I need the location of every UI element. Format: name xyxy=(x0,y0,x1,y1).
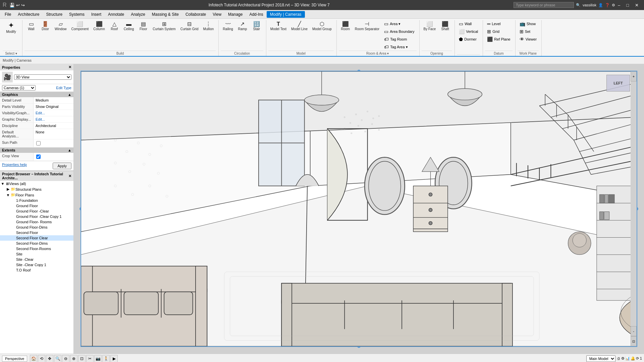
window-button[interactable]: ▱ Window xyxy=(53,20,69,33)
component-button[interactable]: ⬜ Component xyxy=(69,20,91,33)
room-button[interactable]: ⬛ Room xyxy=(339,20,352,33)
dormer-button[interactable]: ⬟ Dormer xyxy=(457,36,480,43)
by-face-button[interactable]: ⬜ By Face xyxy=(422,20,438,33)
railing-button[interactable]: 〰 Railing xyxy=(221,20,235,33)
menu-manage[interactable]: Manage xyxy=(225,11,246,18)
menu-collaborate[interactable]: Collaborate xyxy=(182,11,209,18)
viewer-button[interactable]: 👁 Viewer xyxy=(518,36,539,43)
tree-ground-floor-dims[interactable]: Ground Floor-Dims xyxy=(0,225,73,230)
wall-type-button[interactable]: ▭ Wall xyxy=(457,20,480,27)
project-browser-close-icon[interactable]: ✕ xyxy=(68,174,71,178)
graphic-display-btn[interactable]: Edit... xyxy=(34,116,73,122)
set-button[interactable]: ⊞ Set xyxy=(518,28,539,35)
edit-type-button[interactable]: Edit Type xyxy=(56,86,71,90)
sun-path-checkbox[interactable] xyxy=(36,141,41,145)
model-text-button[interactable]: T Model Text xyxy=(268,20,288,33)
tree-ground-floor-rooms[interactable]: Ground Floor- Rooms xyxy=(0,219,73,225)
tree-ground-floor-clear[interactable]: Ground Floor -Clear xyxy=(0,208,73,214)
room-separator-button[interactable]: ⊣ Room Separator xyxy=(353,20,381,33)
menu-massing[interactable]: Massing & Site xyxy=(149,11,182,18)
nav-home[interactable]: 🏠 xyxy=(30,355,37,362)
help-icon[interactable]: ❓ xyxy=(605,3,610,7)
tree-second-floor-clear[interactable]: Second Floor Clear xyxy=(0,235,73,241)
area-button[interactable]: ▭ Area ▾ xyxy=(382,20,416,27)
nav-walk[interactable]: 🚶 xyxy=(102,355,110,362)
area-boundary-button[interactable]: ▭ Area Boundary xyxy=(382,28,416,35)
viewport[interactable]: LEFT + - ⊡ xyxy=(74,64,644,354)
ramp-button[interactable]: ↗ Ramp xyxy=(236,20,249,33)
menu-insert[interactable]: Insert xyxy=(88,11,105,18)
tree-second-floor-dims[interactable]: Second Floor-Dims xyxy=(0,241,73,246)
menu-modify-cameras[interactable]: Modify | Cameras xyxy=(267,11,305,18)
status-icon-1[interactable]: ⚙ xyxy=(621,356,625,361)
status-icon-3[interactable]: 🔔 xyxy=(631,356,635,361)
nav-zoom-out[interactable]: ⊖ xyxy=(62,355,69,362)
settings-icon[interactable]: ⚙ xyxy=(612,3,615,7)
roof-button[interactable]: △ Roof xyxy=(108,20,121,33)
shaft-button[interactable]: ⬛ Shaft xyxy=(438,20,452,33)
tree-ground-floor[interactable]: Ground Floor xyxy=(0,203,73,208)
modify-button[interactable]: ✦ Modify xyxy=(3,20,19,36)
tree-structural-plans[interactable]: ▶ 📁 Structural Plans xyxy=(0,186,73,192)
menu-architecture[interactable]: Architecture xyxy=(14,11,43,18)
cameras-select[interactable]: Cameras (1) xyxy=(2,85,36,90)
vertical-button[interactable]: ⬜ Vertical xyxy=(457,28,480,35)
column-button[interactable]: ⬛ Column xyxy=(91,20,107,33)
apply-button[interactable]: Apply xyxy=(53,163,71,169)
door-button[interactable]: 🚪 Door xyxy=(39,20,52,33)
quick-access-icon[interactable]: 💾 xyxy=(9,3,15,8)
crop-view-value[interactable] xyxy=(34,153,73,161)
tree-floor-plans[interactable]: ▼ 📁 Floor Plans xyxy=(0,192,73,198)
menu-view[interactable]: View xyxy=(209,11,225,18)
nav-section[interactable]: ✂ xyxy=(86,355,94,362)
view-type-select[interactable]: 3D View xyxy=(14,74,71,80)
ceiling-button[interactable]: ▬ Ceiling xyxy=(122,20,136,33)
tree-1-foundation[interactable]: 1-Foundation xyxy=(0,198,73,203)
room-area-group-label[interactable]: Room & Area ▾ xyxy=(339,51,417,56)
view-cube-inner[interactable]: LEFT xyxy=(606,75,630,92)
search-input[interactable] xyxy=(514,2,574,8)
undo-icon[interactable]: ↩ xyxy=(16,3,20,8)
model-select[interactable]: Main Model xyxy=(586,355,615,362)
redo-icon[interactable]: ↪ xyxy=(21,3,25,8)
curtain-grid-button[interactable]: ⊟ Curtain Grid xyxy=(178,20,201,33)
mullion-button[interactable]: ⋮ Mullion xyxy=(201,20,216,33)
maximize-button[interactable]: □ xyxy=(624,2,632,8)
nav-rotate[interactable]: ⟲ xyxy=(38,355,45,362)
nav-zoom[interactable]: 🔍 xyxy=(54,355,61,362)
menu-analyze[interactable]: Analyze xyxy=(127,11,149,18)
crop-view-checkbox[interactable] xyxy=(36,155,41,159)
floor-button[interactable]: ▤ Floor xyxy=(137,20,150,33)
tree-second-floor[interactable]: Second Floor xyxy=(0,230,73,235)
tree-ground-floor-clear-copy[interactable]: Ground Floor -Clear Copy 1 xyxy=(0,214,73,219)
nav-camera[interactable]: 📷 xyxy=(94,355,102,362)
view-cube[interactable]: LEFT xyxy=(606,75,633,95)
tree-second-floor-rooms[interactable]: Second Floor-Rooms xyxy=(0,246,73,251)
nav-forward[interactable]: ▶ xyxy=(110,355,118,362)
graphics-section-header[interactable]: Graphics ▲ xyxy=(0,92,73,97)
search-icon[interactable]: 🔍 xyxy=(576,3,581,7)
tree-site-clear[interactable]: Site -Clear xyxy=(0,257,73,262)
ref-plane-button[interactable]: ⬛ Ref Plane xyxy=(485,36,512,43)
sun-path-value[interactable] xyxy=(34,139,73,147)
properties-help-link[interactable]: Properties help xyxy=(2,163,27,169)
menu-systems[interactable]: Systems xyxy=(66,11,88,18)
grid-button[interactable]: ⊞ Grid xyxy=(485,28,512,35)
tree-site[interactable]: Site xyxy=(0,251,73,257)
zoom-in-btn[interactable]: + xyxy=(631,71,637,81)
tag-area-button[interactable]: 🏷 Tag Area ▾ xyxy=(382,43,416,51)
model-group-button[interactable]: ⬡ Model Group xyxy=(310,20,334,33)
menu-addins[interactable]: Add-Ins xyxy=(246,11,266,18)
show-button[interactable]: 📺 Show xyxy=(518,20,539,27)
tree-views-all[interactable]: ▼ 🖥 Views (all) xyxy=(0,181,73,186)
nav-pan[interactable]: ✥ xyxy=(46,355,53,362)
fit-view-btn[interactable]: ⊡ xyxy=(631,336,637,346)
close-button[interactable]: ✕ xyxy=(632,2,641,8)
level-button[interactable]: ═ Level xyxy=(485,20,512,27)
status-icon-2[interactable]: 📊 xyxy=(625,356,630,361)
tree-site-clear-copy[interactable]: Site -Clear Copy 1 xyxy=(0,262,73,267)
visibility-graph-btn[interactable]: Edit... xyxy=(34,110,73,116)
select-group-label[interactable]: Select ▾ xyxy=(3,51,19,56)
stair-button[interactable]: 🔢 Stair xyxy=(250,20,263,33)
tag-room-button[interactable]: 🏷 Tag Room xyxy=(382,36,416,43)
